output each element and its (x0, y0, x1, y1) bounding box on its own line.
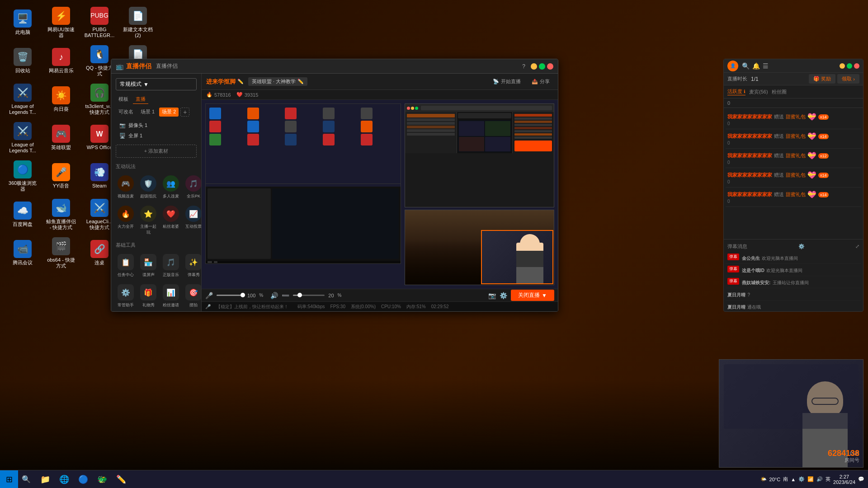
maximize-button[interactable] (539, 63, 545, 70)
icon-baidu[interactable]: ☁️ 百度网盘 (5, 197, 41, 233)
icon-yy-union[interactable]: 🎮 英雄联盟 (43, 120, 79, 156)
taskbar-app4[interactable]: 🐲 (93, 470, 111, 488)
taskbar-clock: 2:27 2023/6/24 (833, 474, 855, 485)
taskbar-file-explorer[interactable]: 📁 (36, 470, 54, 488)
taskbar-volume-icon[interactable]: 🔊 (816, 476, 823, 482)
claim-reward-button[interactable]: 领取 › (837, 74, 859, 84)
interactive-heart[interactable]: ❤️ 粘丝老婆 (161, 204, 181, 237)
gift-maximize-button[interactable] (847, 63, 852, 69)
interactive-pk[interactable]: 🎵 全乐PK (184, 174, 202, 201)
win-controls: ? (522, 63, 553, 70)
mode-dropdown-icon: ▼ (143, 81, 149, 88)
tool-screen[interactable]: 🏪 谍屏声 (138, 252, 158, 280)
icon-netease-music[interactable]: ♪ 网易云音乐 (43, 43, 79, 79)
bullet-2-content: 这是个哦ID 欢迎光脑本直播间 (742, 266, 802, 274)
start-button[interactable]: ⊞ (0, 470, 18, 488)
mini-icon-4 (323, 108, 335, 119)
mic-icon[interactable]: 🎤 (205, 292, 213, 299)
taskbar-edge[interactable]: 🌐 (55, 470, 73, 488)
gift-bell-icon[interactable]: 🔔 (752, 62, 760, 70)
end-stream-button[interactable]: 关闭直播 ▼ (511, 290, 554, 301)
gift-name-1: 甜蜜礼包 (786, 113, 806, 120)
icon-computer[interactable]: 🖥️ 此电脑 (5, 5, 41, 41)
add-source-button[interactable]: + 添加素材 (116, 145, 197, 158)
activity-tab-label: 活跃度 (727, 88, 742, 95)
gift-search-icon[interactable]: 🔍 (742, 62, 750, 70)
tool-danmu[interactable]: ✨ 弹幕秀 (184, 252, 202, 280)
search-button[interactable]: 🔍 (18, 471, 34, 488)
fullscreen-icon: 🖥️ (119, 133, 126, 139)
taskbar-right: 🌤️ 20°C 南 ▲ ⚙️ 📶 🔊 英 2:27 2023/6/24 💬 (760, 474, 868, 485)
wps2-icon-img: W (90, 125, 108, 143)
icon-recycle[interactable]: 🗑️ 回收站 (5, 43, 41, 79)
bullet-settings-icon[interactable]: ⚙️ (798, 244, 805, 249)
tool-task-center[interactable]: 📋 任务中心 (116, 252, 136, 280)
gift-titlebar: 👤 🔍 🔔 ☰ (724, 59, 863, 73)
gift-close-button[interactable] (854, 63, 859, 69)
icon-newtext2[interactable]: 📄 新建文本文档 (2) (120, 5, 156, 41)
speaker-icon[interactable]: 🔊 (270, 292, 278, 299)
screen-capture-icon[interactable]: 📷 (488, 292, 496, 299)
scene-tab-rename[interactable]: 可改名 (116, 108, 136, 117)
start-live-button[interactable]: 📡 开始直播 (489, 77, 524, 86)
source-camera[interactable]: 📷 摄像头 1 (116, 120, 197, 131)
source-fullscreen[interactable]: 🖥️ 全屏 1 (116, 131, 197, 141)
tool-pose[interactable]: 🎯 摆拍 (184, 282, 202, 310)
category-tag[interactable]: 英雄联盟 · 大神教学 ✏️ (248, 77, 307, 86)
stream-name-edit-icon[interactable]: ✏️ (237, 79, 244, 84)
interactive-grid: 🎮 视频连麦 🛡️ 超级抵抗 👥 多人连麦 🎵 (116, 174, 197, 237)
gift-user-5: 我家家家家家家家家 (727, 191, 772, 198)
taskbar-notification-icon[interactable]: 💬 (858, 476, 864, 482)
minimize-button[interactable] (531, 63, 537, 70)
league-icon-img: ⚔️ (90, 199, 108, 217)
mic-volume-slider[interactable] (217, 295, 244, 296)
interactive-star[interactable]: ⭐ 主播一起玩 (138, 204, 158, 237)
tab-circle[interactable]: 粉丝圈 (772, 88, 787, 95)
icon-jingyu[interactable]: 🐋 鲸鱼直播伴侣 - 快捷方式 (43, 197, 79, 233)
add-scene-button[interactable]: + (180, 108, 189, 117)
interactive-vote[interactable]: 📈 互动投票 (184, 204, 202, 237)
tool-fans[interactable]: 📊 粉丝邀请 (161, 282, 181, 310)
gift-menu-icon[interactable]: ☰ (763, 62, 769, 70)
bullet-badge-3: 弹幕 (727, 278, 739, 285)
tool-manager[interactable]: ⚙️ 常管助手 (116, 282, 136, 310)
icon-obs[interactable]: 🎬 obs64 - 快捷方式 (43, 235, 79, 271)
icon-lol2[interactable]: ⚔️ League of Legends T... (5, 120, 41, 156)
tab-template[interactable]: 模板 (116, 95, 131, 104)
scene-tab-1[interactable]: 场景 1 (138, 108, 157, 117)
interactive-multi-link[interactable]: 👥 多人连麦 (161, 174, 181, 201)
icon-pubg[interactable]: PUBG PUBG BATTLEGR... (81, 5, 118, 41)
tab-activity[interactable]: 活跃度 ℹ (727, 88, 745, 95)
settings-icon[interactable]: ⚙️ (500, 292, 507, 299)
icon-yy[interactable]: 🎤 YY语音 (43, 158, 79, 194)
icon-lol[interactable]: ⚔️ League of Legends T... (5, 81, 41, 117)
interactive-resist[interactable]: 🛡️ 超级抵抗 (138, 174, 158, 201)
close-button[interactable] (547, 63, 553, 70)
bullet-5: 夏日月晴 通在哦 (726, 300, 861, 311)
bullet-expand-icon[interactable]: ⤢ (855, 244, 859, 249)
tool-music[interactable]: 🎵 正版音乐 (161, 252, 181, 280)
tab-fans[interactable]: 麦宾(56) (749, 88, 768, 95)
icon-360[interactable]: 🔵 360极速浏览器 (5, 158, 41, 194)
help-icon[interactable]: ? (522, 63, 525, 70)
taskbar-system-tray[interactable]: ⚙️ (798, 476, 805, 482)
speaker-minus-icon[interactable]: ➖ (282, 292, 289, 299)
tool-gift[interactable]: 🎁 礼物秀 (138, 282, 158, 310)
interactive-fire[interactable]: 🔥 火力全开 (116, 204, 136, 237)
icon-xiangri[interactable]: ☀️ 向日葵 (43, 81, 79, 117)
icon-tencent-meeting[interactable]: 📹 腾讯会议 (5, 235, 41, 271)
taskbar-chrome[interactable]: 🔵 (74, 470, 92, 488)
gift-value-2: 0 (727, 141, 859, 145)
reward-label-button[interactable]: 🎁 奖励 (809, 74, 835, 84)
mode-selector[interactable]: 常规模式 ▼ (116, 78, 197, 90)
share-button[interactable]: 📤 分享 (528, 77, 553, 86)
sound-volume-slider[interactable] (293, 295, 325, 296)
tab-live[interactable]: 直播 (133, 95, 148, 104)
resist-label: 超级抵抗 (140, 193, 156, 199)
interactive-video-link[interactable]: 🎮 视频连麦 (116, 174, 136, 201)
scene-tab-2[interactable]: 场景 2 (159, 108, 179, 117)
gift-minimize-button[interactable] (840, 63, 845, 69)
stats-bar: 🔥 578316 ❤️ 39315 (202, 90, 558, 100)
icon-netease-uu[interactable]: ⚡ 网易UU加速器 (43, 5, 79, 41)
taskbar-app5[interactable]: ✏️ (112, 470, 130, 488)
